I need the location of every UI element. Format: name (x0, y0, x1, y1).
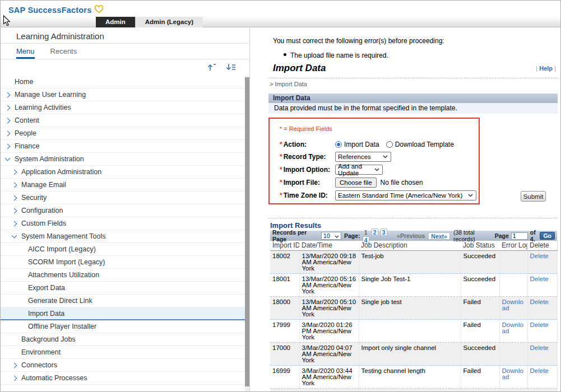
import-file-label: *Import File: (280, 179, 335, 186)
radio-download-template[interactable] (386, 141, 393, 148)
tab-admin[interactable]: Admin (96, 17, 135, 27)
collapse-all-icon[interactable] (207, 63, 217, 74)
chevron-right-icon (5, 92, 11, 98)
sidebar-scrollbar[interactable] (245, 76, 249, 392)
download-link[interactable]: Download (502, 298, 523, 311)
cell-date-time: 28/Feb/2020 04:33 AM America/New York (299, 389, 359, 392)
page-number-3[interactable]: 3 (381, 228, 387, 236)
cell-job-description: Testing channel length (359, 366, 461, 389)
mouse-cursor-icon (3, 15, 11, 29)
scrollbar-thumb[interactable] (245, 77, 249, 386)
tab-menu[interactable]: Menu (16, 47, 35, 59)
delete-link[interactable]: Delete (530, 276, 549, 282)
delete-link[interactable]: Delete (530, 344, 549, 351)
delete-link[interactable]: Delete (530, 321, 549, 328)
action-row: *Action: Import Data Download Template (280, 139, 479, 149)
cell-error-log: Download (499, 389, 527, 392)
app-window: SAP SuccessFactors Admin Admin (Legacy) … (0, 0, 561, 392)
error-message-header: You must correct the following error(s) … (273, 37, 444, 45)
cell-delete: Delete (527, 297, 557, 320)
sidebar-item-learning-activities[interactable]: Learning Activities (1, 101, 245, 114)
sidebar-item-label: Offline Player Installer (28, 323, 96, 330)
sidebar-item-connectors[interactable]: Connectors (1, 359, 245, 372)
sidebar-item-import-data[interactable]: Import Data (1, 307, 245, 320)
main-content: You must correct the following error(s) … (251, 28, 561, 391)
sidebar-item-application-administration[interactable]: Application Administration (1, 166, 245, 179)
sidebar-item-security[interactable]: Security (1, 192, 245, 204)
sidebar-item-home[interactable]: Home (1, 76, 245, 88)
required-marker: * (280, 166, 282, 174)
sidebar-item-configuration[interactable]: Configuration (1, 204, 245, 217)
page-input-label: Page (495, 232, 509, 239)
import-option-select[interactable]: Add and Update (335, 165, 383, 175)
sidebar-item-generate-direct-link[interactable]: Generate Direct Link (1, 295, 245, 307)
cell-job-status: Failed (461, 320, 499, 343)
time-zone-select[interactable]: Eastern Standard Time (America/New York) (335, 190, 476, 200)
tab-recents[interactable]: Recents (50, 47, 77, 59)
next-page-link[interactable]: Next» (428, 232, 450, 240)
radio-import-data[interactable] (335, 141, 342, 148)
chevron-right-icon (5, 131, 11, 137)
submit-button[interactable]: Submit (521, 191, 546, 202)
sidebar-item-manage-user-learning[interactable]: Manage User Learning (1, 88, 245, 101)
sidebar-item-label: AICC Import (Legacy) (28, 245, 96, 253)
sidebar-item-label: Learning Activities (15, 104, 71, 111)
sidebar-item-label: Import Data (28, 310, 64, 318)
sidebar-item-environment[interactable]: Environment (1, 346, 245, 359)
record-type-select[interactable]: References (335, 152, 391, 162)
cell-date-time: 13/Mar/2020 05:10 AM America/New York (299, 297, 359, 320)
sidebar-item-manage-email[interactable]: Manage Email (1, 179, 245, 192)
expand-list-icon[interactable] (226, 63, 236, 74)
sidebar-item-content[interactable]: Content (1, 114, 245, 127)
help-link[interactable]: Help (539, 65, 553, 72)
record-type-row: *Record Type: References (280, 152, 479, 162)
sidebar-item-aicc-import-legacy[interactable]: AICC Import (Legacy) (1, 243, 245, 256)
download-link[interactable]: Download (502, 321, 523, 334)
sidebar-item-offline-player-installer[interactable]: Offline Player Installer (1, 320, 245, 333)
sidebar-item-finance[interactable]: Finance (1, 140, 245, 153)
page-input[interactable] (511, 232, 528, 240)
sidebar-item-system-administration[interactable]: System Administration (1, 153, 245, 166)
sidebar-item-attachments-utilization[interactable]: Attachments Utilization (1, 269, 245, 282)
cell-error-log: Download (499, 297, 527, 320)
cell-error-log: Download (499, 366, 527, 389)
sidebar-item-scorm-import-legacy[interactable]: SCORM Import (Legacy) (1, 256, 245, 269)
delete-link[interactable]: Delete (530, 367, 549, 374)
tab-admin-legacy[interactable]: Admin (Legacy) (135, 17, 203, 27)
sidebar: Learning Administration Menu Recents Hom… (1, 28, 250, 392)
go-button[interactable]: Go (540, 232, 555, 240)
import-results-table: Import ID Date/Time Job Description Job … (270, 241, 558, 391)
page-number-2[interactable]: 2 (372, 228, 378, 236)
divider (268, 218, 558, 218)
delete-link[interactable]: Delete (530, 253, 549, 259)
import-file-row: *Import File: Choose file No file chosen (280, 178, 479, 188)
cell-job-description: Testing2 (359, 389, 461, 392)
cell-job-description: Single job test (359, 297, 461, 320)
cell-error-log (499, 274, 527, 297)
delete-link[interactable]: Delete (530, 390, 549, 391)
sidebar-item-export-data[interactable]: Export Data (1, 282, 245, 295)
col-date-time: Date/Time (299, 241, 359, 251)
table-row: 1800213/Mar/2020 09:18 AM America/New Yo… (270, 251, 557, 274)
cell-delete: Delete (527, 274, 557, 297)
sidebar-item-automatic-processes[interactable]: Automatic Processes (1, 372, 245, 385)
sidebar-item-people[interactable]: People (1, 127, 245, 140)
cell-job-status: Failed (461, 297, 499, 320)
sidebar-item-custom-fields[interactable]: Custom Fields (1, 217, 245, 230)
choose-file-button[interactable]: Choose file (335, 178, 377, 188)
cell-date-time: 13/Mar/2020 09:18 AM America/New York (299, 251, 359, 274)
sidebar-item-system-management-tools[interactable]: System Management Tools (1, 230, 245, 243)
chevron-right-icon (12, 170, 17, 175)
cell-job-description (359, 320, 461, 343)
cell-import-id: 17000 (270, 343, 299, 366)
table-row: 1800013/Mar/2020 05:10 AM America/New Yo… (270, 297, 557, 320)
sidebar-item-label: Content (15, 116, 39, 124)
delete-link[interactable]: Delete (530, 298, 549, 305)
download-link[interactable]: Download (502, 367, 523, 380)
sidebar-item-label: Configuration (21, 207, 63, 214)
records-per-page-select[interactable]: 10 (321, 232, 341, 240)
chevron-right-icon (12, 183, 17, 188)
cell-job-description: Test-job (359, 251, 461, 274)
download-link[interactable]: Download (502, 390, 523, 391)
sidebar-item-background-jobs[interactable]: Background Jobs (1, 333, 245, 346)
